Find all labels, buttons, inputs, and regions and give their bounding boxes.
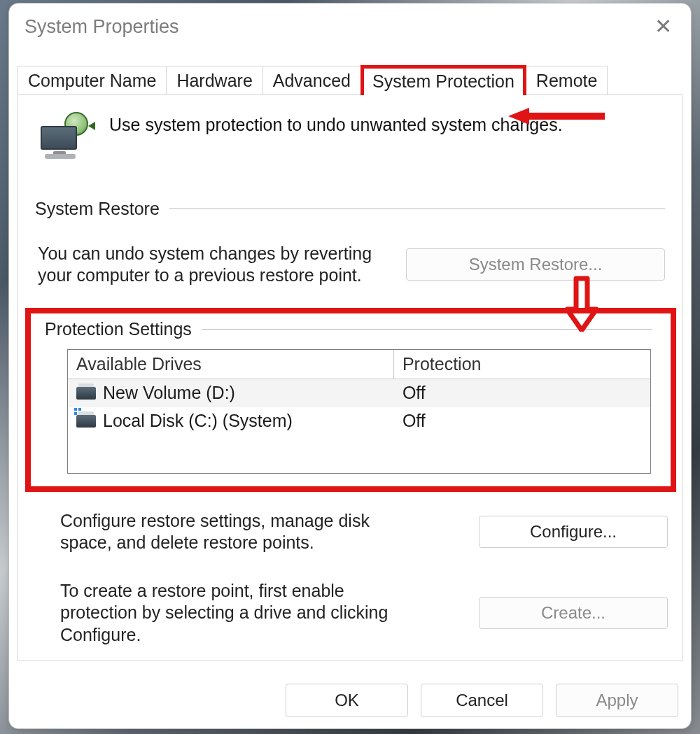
- system-restore-icon: [39, 112, 94, 161]
- create-text: To create a restore point, first enable …: [60, 580, 410, 646]
- tab-computer-name[interactable]: Computer Name: [18, 66, 167, 95]
- configure-button[interactable]: Configure...: [479, 516, 668, 548]
- drive-row[interactable]: New Volume (D:) Off: [68, 379, 650, 407]
- system-restore-heading: System Restore: [35, 199, 160, 219]
- cancel-button[interactable]: Cancel: [421, 684, 543, 717]
- divider: [169, 209, 665, 209]
- drive-icon: [76, 387, 96, 400]
- protection-settings-box: Protection Settings Available Drives Pro…: [25, 308, 676, 492]
- tab-remote[interactable]: Remote: [526, 66, 608, 95]
- section-system-restore: System Restore You can undo system chang…: [32, 199, 668, 287]
- window-title: System Properties: [24, 16, 179, 38]
- protection-settings-heading: Protection Settings: [45, 319, 192, 339]
- tabstrip: Computer Name Hardware Advanced System P…: [18, 59, 682, 94]
- divider: [202, 329, 652, 330]
- system-restore-button[interactable]: System Restore...: [406, 248, 665, 281]
- drive-system-icon: [76, 415, 96, 428]
- drive-row[interactable]: Local Disk (C:) (System) Off: [68, 407, 650, 435]
- tab-advanced[interactable]: Advanced: [262, 66, 361, 95]
- configure-row: Configure restore settings, manage disk …: [32, 510, 668, 554]
- drive-list[interactable]: Available Drives Protection New Volume (…: [67, 349, 651, 474]
- apply-button[interactable]: Apply: [556, 684, 678, 717]
- client-area: Computer Name Hardware Advanced System P…: [18, 59, 682, 720]
- system-restore-text: You can undo system changes by reverting…: [38, 243, 378, 287]
- intro-row: Use system protection to undo unwanted s…: [32, 108, 668, 161]
- drive-protection: Off: [394, 379, 650, 407]
- create-button[interactable]: Create...: [479, 597, 668, 629]
- create-row: To create a restore point, first enable …: [32, 580, 668, 646]
- tab-system-protection[interactable]: System Protection: [360, 65, 526, 95]
- tab-hardware[interactable]: Hardware: [166, 66, 262, 95]
- drive-protection: Off: [394, 407, 650, 435]
- close-icon[interactable]: ✕: [649, 16, 677, 37]
- configure-text: Configure restore settings, manage disk …: [60, 510, 410, 554]
- intro-text: Use system protection to undo unwanted s…: [109, 112, 563, 135]
- drive-name: Local Disk (C:) (System): [103, 411, 293, 431]
- col-protection[interactable]: Protection: [394, 350, 650, 379]
- drive-name: New Volume (D:): [103, 383, 235, 403]
- ok-button[interactable]: OK: [286, 684, 408, 717]
- titlebar[interactable]: System Properties ✕: [9, 3, 691, 50]
- system-properties-window: System Properties ✕ Computer Name Hardwa…: [8, 3, 692, 729]
- dialog-footer: OK Cancel Apply: [286, 684, 678, 717]
- col-available-drives[interactable]: Available Drives: [68, 350, 394, 379]
- tab-page-system-protection: Use system protection to undo unwanted s…: [18, 94, 682, 661]
- drive-list-header: Available Drives Protection: [68, 350, 650, 379]
